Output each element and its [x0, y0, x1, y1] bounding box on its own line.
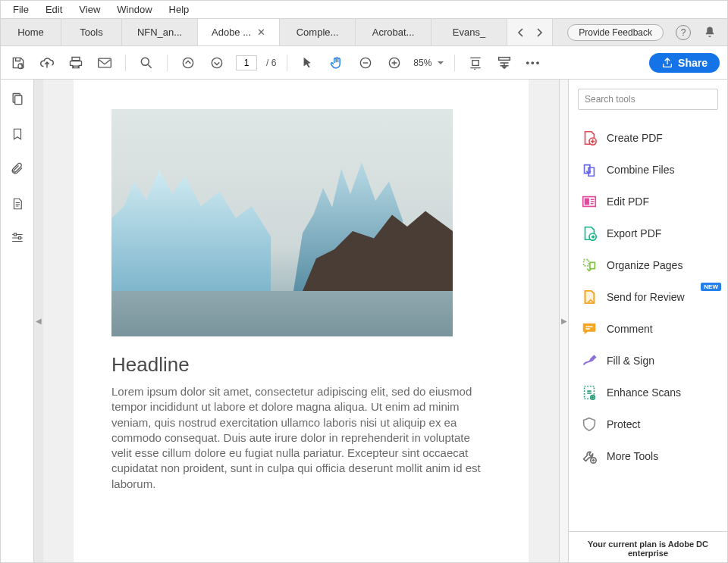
tool-comment[interactable]: Comment: [569, 313, 727, 345]
page-number-input[interactable]: [236, 55, 257, 70]
svg-point-4: [212, 58, 221, 67]
attachment-icon[interactable]: [11, 161, 24, 177]
share-button[interactable]: Share: [649, 53, 720, 73]
provide-feedback-button[interactable]: Provide Feedback: [567, 24, 664, 41]
svg-rect-14: [585, 199, 589, 204]
tool-label: Enhance Scans: [607, 386, 681, 399]
zoom-level-dropdown[interactable]: 85%: [413, 58, 444, 68]
tab-prev-icon[interactable]: [517, 27, 525, 38]
page-total-label: / 6: [266, 58, 276, 68]
bookmark-icon[interactable]: [11, 127, 24, 142]
svg-rect-17: [590, 262, 595, 268]
svg-point-2: [141, 58, 149, 65]
tool-label: Edit PDF: [607, 195, 649, 208]
svg-rect-9: [14, 95, 21, 105]
left-rail: [1, 80, 34, 562]
tool-icon: [581, 225, 598, 242]
tab-document-3[interactable]: Acrobat...: [356, 19, 431, 45]
search-tools-input[interactable]: Search tools: [578, 89, 718, 110]
tool-export-pdf[interactable]: Export PDF: [569, 217, 727, 249]
toolbar: / 6 85% ••• Share: [1, 46, 727, 80]
tool-label: More Tools: [607, 450, 658, 462]
fit-width-icon[interactable]: [466, 53, 485, 73]
menu-file[interactable]: File: [5, 2, 36, 17]
tool-icon: [581, 289, 598, 305]
tool-organize-pages[interactable]: Organize Pages: [569, 249, 727, 281]
tool-fill-sign[interactable]: Fill & Sign: [569, 345, 727, 377]
page-display-icon[interactable]: [494, 53, 514, 73]
tool-icon: [581, 448, 598, 464]
hand-tool-icon[interactable]: [327, 53, 347, 73]
help-icon[interactable]: ?: [676, 25, 691, 40]
tool-icon: [581, 416, 598, 433]
plan-footer: Your current plan is Adobe DC enterprise: [569, 531, 727, 562]
new-badge: NEW: [701, 283, 721, 291]
menu-help[interactable]: Help: [162, 2, 197, 17]
tool-label: Export PDF: [607, 227, 661, 239]
tool-label: Combine Files: [607, 164, 674, 176]
tool-label: Send for Review: [607, 291, 685, 303]
right-gutter-toggle[interactable]: ▶: [559, 80, 568, 562]
tool-icon: [581, 352, 598, 369]
tab-tools[interactable]: Tools: [61, 19, 122, 45]
zoom-out-icon[interactable]: [356, 53, 375, 73]
options-icon[interactable]: [10, 231, 25, 245]
mail-icon[interactable]: [95, 53, 115, 73]
main-area: ◀ Headline Lorem ipsum dolor sit amet, c…: [1, 80, 727, 562]
tab-document-0[interactable]: NFN_an...: [122, 19, 198, 45]
tool-label: Fill & Sign: [607, 355, 654, 367]
tab-next-icon[interactable]: [535, 27, 543, 38]
svg-rect-10: [14, 233, 16, 236]
thumbnails-icon[interactable]: [10, 92, 25, 107]
page-up-icon[interactable]: [178, 53, 198, 73]
tool-send-for-review[interactable]: Send for ReviewNEW: [569, 281, 727, 313]
svg-rect-7: [499, 57, 510, 60]
tool-protect[interactable]: Protect: [569, 408, 727, 440]
tool-icon: [581, 130, 598, 146]
tab-document-2[interactable]: Comple...: [280, 19, 356, 45]
tool-icon: [581, 193, 598, 210]
tab-nav-arrows: [507, 19, 553, 45]
close-icon[interactable]: ✕: [257, 27, 265, 38]
svg-rect-11: [18, 237, 20, 239]
tab-home[interactable]: Home: [1, 19, 61, 45]
document-canvas[interactable]: Headline Lorem ipsum dolor sit amet, con…: [43, 80, 559, 562]
print-icon[interactable]: [66, 53, 86, 73]
tool-combine-files[interactable]: Combine Files: [569, 154, 727, 186]
menu-view[interactable]: View: [71, 2, 108, 17]
tab-document-1[interactable]: Adobe ...✕: [198, 19, 280, 45]
tool-create-pdf[interactable]: Create PDF: [569, 122, 727, 154]
tool-enhance-scans[interactable]: Enhance Scans: [569, 377, 727, 408]
menu-edit[interactable]: Edit: [38, 2, 70, 17]
tool-edit-pdf[interactable]: Edit PDF: [569, 186, 727, 217]
cloud-icon[interactable]: [37, 53, 57, 73]
svg-rect-1: [99, 58, 111, 67]
tab-bar: Home Tools NFN_an... Adobe ...✕ Comple..…: [1, 19, 727, 46]
svg-point-3: [183, 58, 193, 67]
tool-icon: [581, 384, 598, 401]
svg-rect-16: [584, 260, 588, 266]
document-image: [111, 109, 453, 336]
left-gutter-toggle[interactable]: ◀: [34, 80, 43, 562]
search-icon[interactable]: [136, 53, 156, 73]
tool-label: Create PDF: [607, 132, 663, 144]
tool-icon: [581, 257, 598, 274]
document-body: Lorem ipsum dolor sit amet, consectetur …: [111, 384, 491, 492]
tool-label: Comment: [607, 323, 653, 335]
page-down-icon[interactable]: [207, 53, 227, 73]
zoom-in-icon[interactable]: [384, 53, 404, 73]
save-icon[interactable]: [8, 53, 28, 73]
menubar: File Edit View Window Help: [1, 1, 727, 19]
document-page: Headline Lorem ipsum dolor sit amet, con…: [74, 80, 529, 562]
tab-document-4[interactable]: Evans_: [431, 19, 507, 45]
select-tool-icon[interactable]: [298, 53, 318, 73]
tool-icon: [581, 161, 598, 178]
notifications-icon[interactable]: [703, 26, 717, 39]
page-icon[interactable]: [11, 196, 24, 211]
tool-label: Organize Pages: [607, 259, 682, 271]
tool-more-tools[interactable]: More Tools: [569, 440, 727, 472]
tool-icon: [581, 321, 598, 337]
more-tools-icon[interactable]: •••: [523, 53, 543, 73]
menu-window[interactable]: Window: [109, 2, 159, 17]
tool-label: Protect: [607, 418, 640, 430]
